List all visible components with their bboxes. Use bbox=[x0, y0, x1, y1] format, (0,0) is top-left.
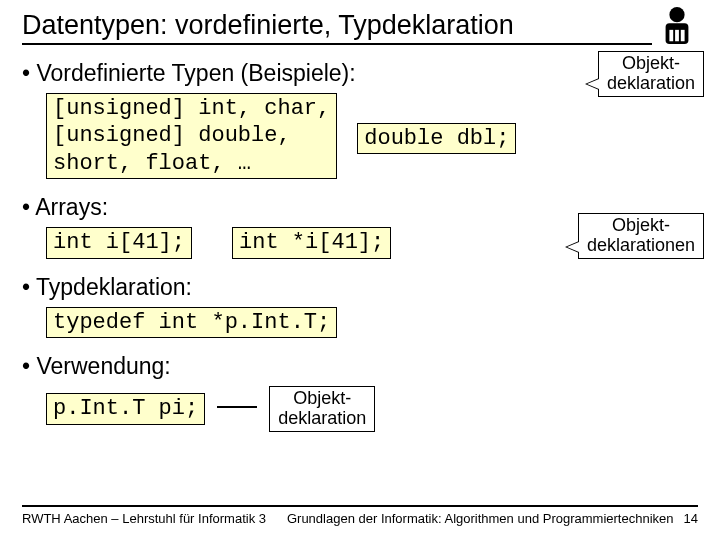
codebox-predefined-types: [unsigned] int, char, [unsigned] double,… bbox=[46, 93, 337, 180]
heading-usage: Verwendung: bbox=[22, 352, 698, 382]
svg-rect-4 bbox=[681, 30, 685, 41]
footer-right: Grundlagen der Informatik: Algorithmen u… bbox=[287, 511, 674, 526]
codebox-usage: p.Int.T pi; bbox=[46, 393, 205, 425]
codebox-double-example: double dbl; bbox=[357, 123, 516, 155]
svg-rect-2 bbox=[669, 30, 673, 41]
heading-typedeclaration: Typdeklaration: bbox=[22, 273, 698, 303]
callout-objektdeklarationen: Objekt- deklarationen bbox=[578, 213, 704, 259]
page-number: 14 bbox=[684, 511, 698, 526]
person-icon bbox=[658, 6, 696, 48]
slide-footer: RWTH Aachen – Lehrstuhl für Informatik 3… bbox=[22, 505, 698, 526]
svg-rect-3 bbox=[675, 30, 679, 41]
callout-objektdeklaration-2: Objekt- deklaration bbox=[269, 386, 375, 432]
slide-title: Datentypen: vordefinierte, Typdeklaratio… bbox=[22, 10, 652, 45]
footer-left: RWTH Aachen – Lehrstuhl für Informatik 3 bbox=[22, 511, 266, 526]
codebox-array-2: int *i[41]; bbox=[232, 227, 391, 259]
callout-objektdeklaration-1: Objekt- deklaration bbox=[598, 51, 704, 97]
connector-line bbox=[217, 406, 257, 408]
svg-point-0 bbox=[669, 7, 684, 22]
codebox-typedef: typedef int *p.Int.T; bbox=[46, 307, 337, 339]
codebox-array-1: int i[41]; bbox=[46, 227, 192, 259]
